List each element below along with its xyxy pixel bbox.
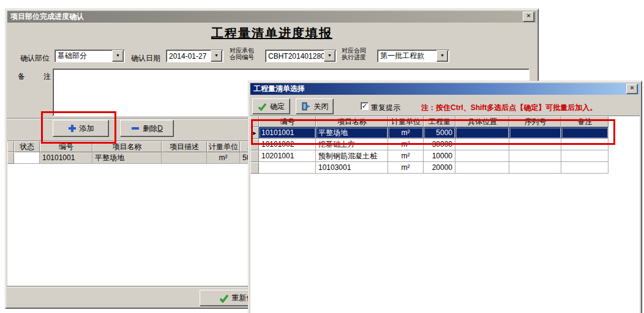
column-header[interactable]: 工程量 <box>424 116 455 127</box>
remark-label: 备 <box>18 72 25 82</box>
titlebar[interactable]: 工程量清单选择 ✕ <box>250 83 640 95</box>
ok-button[interactable]: 确定 <box>252 98 290 114</box>
remark-cell[interactable] <box>561 139 608 150</box>
column-header[interactable]: 序列号 <box>509 116 561 127</box>
column-header[interactable]: 项目名称 <box>316 116 388 127</box>
location-cell[interactable] <box>455 139 509 150</box>
chevron-down-icon[interactable]: ▼ <box>211 50 222 62</box>
table-row[interactable]: 10103001 m² 20000 <box>250 162 640 174</box>
add-button-label: 添加 <box>80 123 94 134</box>
contract-no-label: 对应承包 合同编号 <box>230 47 254 61</box>
name-cell[interactable]: 预制钢筋混凝土桩 <box>316 150 388 162</box>
column-header[interactable]: 计量单位 <box>207 141 240 152</box>
code-cell[interactable]: 10101001 <box>259 127 316 139</box>
code-cell[interactable] <box>259 162 316 174</box>
name-cell[interactable]: 挖基础土方 <box>316 139 388 150</box>
unit-cell[interactable]: m² <box>207 152 240 164</box>
unit-cell[interactable]: m² <box>388 127 424 139</box>
remark-cell[interactable] <box>561 150 608 162</box>
row-indicator-cell <box>7 152 14 164</box>
selection-dialog-window: 工程量清单选择 ✕ 确定 关闭 ✓ 重复提示 注：按住Ctrl、Shift多选后… <box>248 81 642 313</box>
code-cell[interactable]: 10101002 <box>259 139 316 150</box>
confirm-date-value: 2014-01-27 <box>167 52 211 61</box>
minus-icon <box>131 124 140 133</box>
column-header[interactable]: 编号 <box>40 141 92 152</box>
window-title: 项目部位完成进度确认 <box>10 12 84 22</box>
checkbox-check-icon: ✓ <box>362 102 367 109</box>
check-icon <box>258 102 267 111</box>
table-header-row: 编号 项目名称 计量单位 工程量 具体位置 序列号 备注 <box>250 116 640 127</box>
window-title: 工程量清单选择 <box>253 84 305 94</box>
contract-no-select[interactable]: CBHT2014012801 ▼ <box>265 50 337 62</box>
row-indicator-cell <box>250 139 259 150</box>
column-header[interactable]: 项目描述 <box>162 141 207 152</box>
indicator-header-cell <box>250 116 259 127</box>
column-header[interactable]: 备注 <box>561 116 608 127</box>
row-indicator-cell: ▶ <box>250 127 259 139</box>
serial-cell[interactable] <box>509 127 561 139</box>
confirm-part-label: 确认部位 <box>20 53 50 64</box>
qty-cell[interactable]: 5000 <box>424 127 455 139</box>
titlebar[interactable]: 项目部位完成进度确认 ✕ <box>7 11 536 23</box>
progress-stage-value: 第一批工程款 <box>378 51 436 61</box>
column-header[interactable]: 编号 <box>259 116 316 127</box>
confirm-date-label: 确认日期 <box>131 53 160 64</box>
delete-button-label: 删除D <box>143 123 163 134</box>
table-row[interactable]: 10101002 挖基础土方 m² 30000 <box>250 139 640 150</box>
qty-cell[interactable]: 20000 <box>424 162 455 174</box>
remark-label-2: 注 <box>43 72 51 82</box>
progress-stage-label: 对应合同 执行进度 <box>342 47 366 61</box>
unit-cell[interactable]: m² <box>388 162 424 174</box>
serial-cell[interactable] <box>509 150 561 162</box>
confirm-part-value: 基础部分 <box>55 51 112 61</box>
status-cell[interactable] <box>14 152 40 164</box>
qty-cell[interactable]: 30000 <box>424 139 455 150</box>
column-header[interactable]: 具体位置 <box>455 116 509 127</box>
unit-cell[interactable]: m² <box>388 150 424 162</box>
column-header[interactable]: 计量单位 <box>388 116 424 127</box>
indicator-header-cell <box>7 141 14 152</box>
chevron-down-icon[interactable]: ▼ <box>112 50 124 62</box>
chevron-down-icon[interactable]: ▼ <box>436 50 448 62</box>
exit-door-icon <box>301 101 311 111</box>
table-row-selected[interactable]: ▶ 10101001 平整场地 m² 5000 <box>250 127 640 139</box>
chevron-down-icon[interactable]: ▼ <box>324 50 335 62</box>
add-button[interactable]: 添加 <box>53 120 109 137</box>
row-indicator-cell <box>250 150 259 162</box>
ok-button-label: 确定 <box>270 101 285 112</box>
column-header[interactable]: 项目名称 <box>92 141 162 152</box>
name-cell[interactable]: 平整场地 <box>316 127 388 139</box>
close-button[interactable]: ✕ <box>626 84 638 94</box>
remark-cell[interactable] <box>561 127 608 139</box>
close-button[interactable]: ✕ <box>523 12 534 22</box>
progress-stage-select[interactable]: 第一批工程款 ▼ <box>377 50 449 62</box>
unit-cell[interactable]: m² <box>388 139 424 150</box>
repeat-prompt-checkbox[interactable]: ✓ <box>361 102 369 110</box>
serial-cell[interactable] <box>509 139 561 150</box>
plus-icon <box>68 124 77 133</box>
close-icon: ✕ <box>526 13 531 19</box>
repeat-prompt-label: 重复提示 <box>371 103 400 113</box>
close-dialog-button-label: 关闭 <box>314 101 329 112</box>
location-cell[interactable] <box>455 150 509 162</box>
check-icon <box>219 293 229 303</box>
hint-text: 注：按住Ctrl、Shift多选后点【确定】可批量后加入。 <box>421 103 597 113</box>
contract-no-value: CBHT2014012801 <box>266 52 324 61</box>
remark-cell[interactable] <box>561 162 608 174</box>
code-cell[interactable]: 10201001 <box>259 150 316 162</box>
confirm-part-select[interactable]: 基础部分 ▼ <box>54 50 125 62</box>
name-cell[interactable]: 10103001 <box>316 162 388 174</box>
name-cell[interactable]: 平整场地 <box>92 152 162 164</box>
delete-button[interactable]: 删除D <box>120 120 174 137</box>
serial-cell[interactable] <box>509 162 561 174</box>
selection-table: 编号 项目名称 计量单位 工程量 具体位置 序列号 备注 ▶ 10101001 … <box>250 116 640 313</box>
column-header[interactable]: 状态 <box>14 141 40 152</box>
qty-cell[interactable]: 10000 <box>424 150 455 162</box>
location-cell[interactable] <box>455 162 509 174</box>
confirm-date-select[interactable]: 2014-01-27 ▼ <box>166 50 223 62</box>
code-cell[interactable]: 10101001 <box>40 152 92 164</box>
desc-cell[interactable] <box>162 152 207 164</box>
table-row[interactable]: 10201001 预制钢筋混凝土桩 m² 10000 <box>250 150 640 162</box>
location-cell[interactable] <box>455 127 509 139</box>
close-dialog-button[interactable]: 关闭 <box>296 98 334 114</box>
